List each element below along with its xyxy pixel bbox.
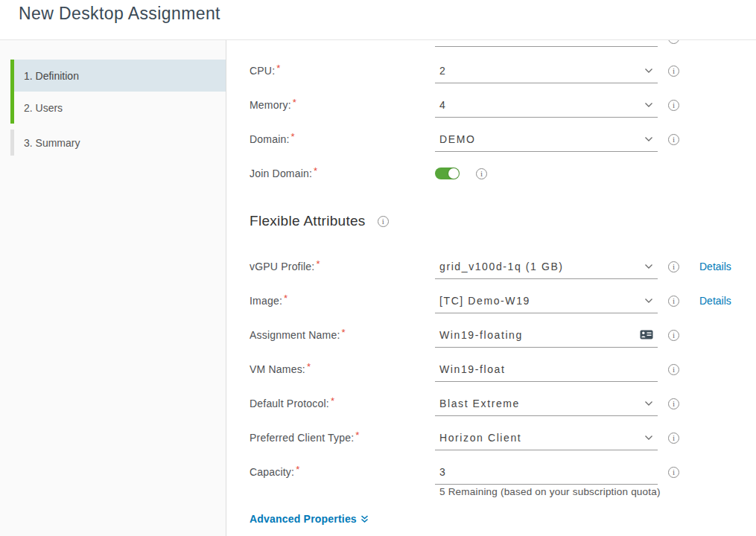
wizard-step-definition[interactable]: 1. Definition [10,60,226,92]
join-domain-toggle[interactable] [435,168,460,179]
memory-select[interactable]: 4 [435,93,658,118]
field-label: VM Names:* [250,363,435,375]
preferred-client-type-value: Horizon Client [439,432,521,444]
required-asterisk: * [284,293,288,304]
info-icon[interactable]: i [668,100,679,111]
required-asterisk: * [316,258,320,269]
required-asterisk: * [307,361,311,372]
capacity-value: 3 [439,466,446,478]
chevron-down-icon [644,435,653,441]
cutoff-field-underline [435,46,658,47]
capacity-input[interactable]: 3 [435,460,658,485]
page-title: New Desktop Assignment [19,4,220,24]
info-icon[interactable]: i [668,398,679,409]
required-asterisk: * [296,464,299,475]
form-row-assignment-name: Assignment Name:*Win19-floatingi [250,318,731,352]
preferred-client-type-select[interactable]: Horizon Client [435,426,658,450]
form-row-cpu: CPU:*2i [250,54,679,88]
wizard-step-summary[interactable]: 3. Summary [10,130,226,156]
form-row-domain: Domain:*DEMOi [250,122,679,156]
chevron-down-icon [644,136,653,142]
chevron-down-icon [644,401,653,406]
flexible-fields-group: vGPU Profile:*grid_v100d-1q (1 GB)iDetai… [250,249,731,489]
vgpu-profile-value: grid_v100d-1q (1 GB) [439,261,564,272]
form-row-vm-names: VM Names:*Win19-floati [250,352,731,386]
field-label: Assignment Name:* [250,329,435,341]
info-icon[interactable]: i [668,66,679,77]
basic-fields-group: CPU:*2iMemory:*4iDomain:*DEMOiJoin Domai… [250,54,679,191]
field-label: vGPU Profile:* [250,261,435,272]
form-row-join-domain: Join Domain:*i [250,156,679,191]
field-label: CPU:* [250,65,435,77]
required-asterisk: * [341,327,345,338]
image-details-link[interactable]: Details [699,295,731,307]
section-header: Flexible Attributes i [250,211,389,231]
vm-names-input[interactable]: Win19-float [435,357,658,382]
advanced-properties-label: Advanced Properties [250,513,357,525]
form-row-preferred-client-type: Preferred Client Type:*Horizon Clienti [250,421,731,455]
cpu-select[interactable]: 2 [435,59,658,83]
required-asterisk: * [291,131,295,142]
chevron-down-icon [644,68,653,74]
info-icon[interactable]: i [476,168,487,179]
wizard-steps: 1. Definition 2. Users 3. Summary [10,60,226,156]
vgpu-profile-details-link[interactable]: Details [699,261,731,272]
toggle-control: i [435,168,658,179]
info-icon[interactable]: i [668,261,679,272]
wizard-sidebar: 1. Definition 2. Users 3. Summary [0,40,226,536]
required-asterisk: * [293,97,296,108]
required-asterisk: * [314,165,317,176]
required-asterisk: * [276,63,280,74]
info-icon[interactable]: i [668,467,679,478]
form-row-image: Image:*[TC] Demo-W19iDetails [250,284,731,318]
wizard-step-users[interactable]: 2. Users [10,92,226,124]
field-label: Join Domain:* [250,168,435,179]
required-asterisk: * [355,430,359,441]
cutoff-info-icon [668,40,679,44]
assignment-name-input[interactable]: Win19-floating [435,323,658,348]
form-row-default-protocol: Default Protocol:*Blast Extremei [250,386,731,421]
chevron-down-icon [644,298,653,304]
contact-card-icon [640,330,653,339]
info-icon[interactable]: i [668,296,679,307]
chevron-down-icon [644,102,653,108]
vm-names-value: Win19-float [439,363,505,375]
domain-select[interactable]: DEMO [435,127,658,152]
info-icon[interactable]: i [668,330,679,341]
form-row-memory: Memory:*4i [250,88,679,122]
form-panel: CPU:*2iMemory:*4iDomain:*DEMOiJoin Domai… [227,40,756,536]
info-icon[interactable]: i [668,134,679,145]
page-header: New Desktop Assignment [0,0,756,40]
double-chevron-down-icon [360,515,369,523]
default-protocol-select[interactable]: Blast Extreme [435,392,658,416]
info-icon[interactable]: i [668,364,679,375]
form-row-vgpu-profile: vGPU Profile:*grid_v100d-1q (1 GB)iDetai… [250,249,731,284]
field-label: Capacity:* [250,466,435,478]
assignment-name-value: Win19-floating [439,329,523,341]
domain-value: DEMO [439,133,475,145]
section-title: Flexible Attributes [250,213,366,229]
memory-value: 4 [439,99,446,111]
field-label: Default Protocol:* [250,398,435,409]
image-value: [TC] Demo-W19 [439,295,530,307]
vgpu-profile-select[interactable]: grid_v100d-1q (1 GB) [435,255,658,279]
info-icon[interactable]: i [668,433,679,444]
field-label: Image:* [250,295,435,307]
advanced-properties-link[interactable]: Advanced Properties [250,513,369,525]
capacity-helper-text: 5 Remaining (based on your subscription … [439,486,661,497]
cpu-value: 2 [439,65,446,77]
required-asterisk: * [331,395,334,406]
image-select[interactable]: [TC] Demo-W19 [435,289,658,313]
field-label: Domain:* [250,133,435,145]
info-icon[interactable]: i [378,216,389,227]
field-label: Preferred Client Type:* [250,432,435,444]
chevron-down-icon [644,264,653,269]
form-row-capacity: Capacity:*3i5 Remaining (based on your s… [250,455,731,489]
default-protocol-value: Blast Extreme [439,398,520,409]
field-label: Memory:* [250,99,435,111]
toggle-knob [448,168,459,179]
